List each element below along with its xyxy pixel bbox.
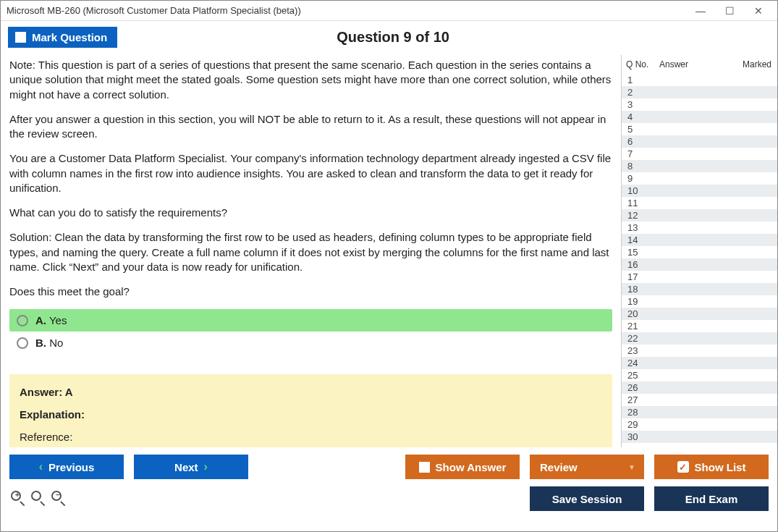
question-list-row[interactable]: 25 bbox=[622, 369, 777, 381]
zoom-in-icon[interactable]: + bbox=[11, 491, 27, 507]
col-marked: Marked bbox=[732, 59, 771, 69]
show-answer-label: Show Answer bbox=[436, 461, 507, 473]
row-number: 28 bbox=[627, 407, 652, 418]
mark-question-label: Mark Question bbox=[32, 31, 107, 43]
row-number: 8 bbox=[627, 161, 652, 172]
previous-button[interactable]: ‹ Previous bbox=[9, 455, 124, 479]
option-letter: B. bbox=[35, 337, 46, 349]
row-number: 27 bbox=[627, 394, 652, 405]
answer-explanation-box: Answer: A Explanation: Reference: https:… bbox=[9, 374, 612, 447]
row-number: 26 bbox=[627, 382, 652, 393]
row-number: 30 bbox=[627, 431, 652, 442]
show-answer-button[interactable]: Show Answer bbox=[405, 455, 520, 479]
row-number: 4 bbox=[627, 111, 652, 122]
question-list-row[interactable]: 11 bbox=[622, 197, 777, 209]
mark-question-button[interactable]: Mark Question bbox=[8, 27, 117, 48]
radio-icon bbox=[17, 315, 28, 326]
question-list-row[interactable]: 23 bbox=[622, 345, 777, 357]
chevron-right-icon: › bbox=[204, 460, 208, 473]
row-number: 3 bbox=[627, 99, 652, 110]
question-paragraph: Note: This question is part of a series … bbox=[9, 58, 612, 102]
check-icon: ✓ bbox=[677, 461, 689, 473]
question-list-row[interactable]: 26 bbox=[622, 381, 777, 394]
question-list-row[interactable]: 8 bbox=[622, 160, 777, 172]
question-paragraph: After you answer a question in this sect… bbox=[9, 112, 612, 142]
question-list-row[interactable]: 28 bbox=[622, 406, 777, 418]
col-qno: Q No. bbox=[626, 59, 656, 69]
question-list-row[interactable]: 9 bbox=[622, 172, 777, 185]
window-title: Microsoft MB-260 (Microsoft Customer Dat… bbox=[7, 5, 301, 16]
question-paragraph: You are a Customer Data Platform Special… bbox=[9, 151, 612, 195]
row-number: 9 bbox=[627, 173, 652, 184]
review-dropdown[interactable]: Review ▼ bbox=[530, 455, 644, 479]
question-list-pane: Q No. Answer Marked 12345678910111213141… bbox=[621, 55, 777, 447]
row-number: 22 bbox=[627, 333, 652, 344]
show-list-button[interactable]: ✓ Show List bbox=[654, 455, 769, 479]
question-list-row[interactable]: 16 bbox=[622, 258, 777, 271]
footer: ‹ Previous Next › Show Answer Review ▼ ✓… bbox=[1, 447, 777, 517]
previous-label: Previous bbox=[48, 461, 94, 473]
end-exam-label: End Exam bbox=[685, 493, 738, 505]
question-list-row[interactable]: 20 bbox=[622, 308, 777, 320]
question-list-row[interactable]: 4 bbox=[622, 111, 777, 123]
question-list-row[interactable]: 12 bbox=[622, 209, 777, 221]
row-number: 14 bbox=[627, 235, 652, 245]
question-list-row[interactable]: 13 bbox=[622, 221, 777, 234]
row-number: 12 bbox=[627, 210, 652, 221]
question-list-row[interactable]: 17 bbox=[622, 271, 777, 283]
row-number: 17 bbox=[627, 271, 652, 282]
explanation-label: Explanation: bbox=[20, 408, 602, 421]
save-session-label: Save Session bbox=[552, 493, 622, 505]
question-paragraph: Does this meet the goal? bbox=[9, 284, 612, 299]
question-list-row[interactable]: 29 bbox=[622, 418, 777, 431]
end-exam-button[interactable]: End Exam bbox=[654, 486, 769, 511]
question-pane[interactable]: Note: This question is part of a series … bbox=[1, 55, 621, 447]
question-list-row[interactable]: 15 bbox=[622, 246, 777, 258]
question-list-row[interactable]: 1 bbox=[622, 74, 777, 86]
row-number: 1 bbox=[627, 75, 652, 85]
row-number: 23 bbox=[627, 345, 652, 356]
close-icon[interactable]: ✕ bbox=[744, 2, 773, 20]
question-list-row[interactable]: 10 bbox=[622, 185, 777, 197]
question-list-row[interactable]: 7 bbox=[622, 148, 777, 160]
maximize-icon[interactable]: ☐ bbox=[715, 2, 744, 20]
reference-label: Reference: bbox=[20, 431, 602, 443]
option-text: No bbox=[49, 337, 63, 349]
row-number: 11 bbox=[627, 198, 652, 208]
row-number: 5 bbox=[627, 124, 652, 135]
question-list-header: Q No. Answer Marked bbox=[622, 55, 777, 74]
question-list-row[interactable]: 6 bbox=[622, 135, 777, 148]
row-number: 13 bbox=[627, 222, 652, 233]
question-list-row[interactable]: 22 bbox=[622, 332, 777, 345]
next-label: Next bbox=[174, 461, 198, 473]
zoom-controls: + – bbox=[9, 491, 67, 507]
answer-option[interactable]: A. Yes bbox=[9, 309, 612, 332]
row-number: 25 bbox=[627, 370, 652, 381]
question-list-row[interactable]: 27 bbox=[622, 394, 777, 406]
question-list-row[interactable]: 19 bbox=[622, 295, 777, 308]
question-list-row[interactable]: 5 bbox=[622, 123, 777, 135]
save-session-button[interactable]: Save Session bbox=[530, 486, 644, 511]
row-number: 16 bbox=[627, 259, 652, 270]
row-number: 2 bbox=[627, 87, 652, 98]
question-list[interactable]: 1234567891011121314151617181920212223242… bbox=[622, 74, 777, 447]
option-letter: A. bbox=[35, 314, 46, 326]
question-list-row[interactable]: 2 bbox=[622, 86, 777, 98]
minimize-icon[interactable]: — bbox=[686, 2, 715, 20]
zoom-reset-icon[interactable] bbox=[31, 491, 47, 507]
checkbox-icon bbox=[419, 462, 430, 473]
next-button[interactable]: Next › bbox=[134, 455, 248, 479]
col-answer: Answer bbox=[656, 59, 732, 69]
question-paragraph: What can you do to satisfy the requireme… bbox=[9, 206, 612, 220]
zoom-out-icon[interactable]: – bbox=[51, 491, 67, 507]
question-list-row[interactable]: 24 bbox=[622, 357, 777, 369]
question-list-row[interactable]: 18 bbox=[622, 283, 777, 295]
question-list-row[interactable]: 14 bbox=[622, 234, 777, 246]
question-list-row[interactable]: 21 bbox=[622, 320, 777, 332]
answer-heading: Answer: A bbox=[20, 386, 602, 398]
question-list-row[interactable]: 3 bbox=[622, 98, 777, 111]
question-list-row[interactable]: 30 bbox=[622, 431, 777, 443]
question-counter: Question 9 of 10 bbox=[117, 29, 770, 46]
answer-option[interactable]: B. No bbox=[9, 332, 612, 354]
option-text: Yes bbox=[49, 314, 67, 326]
